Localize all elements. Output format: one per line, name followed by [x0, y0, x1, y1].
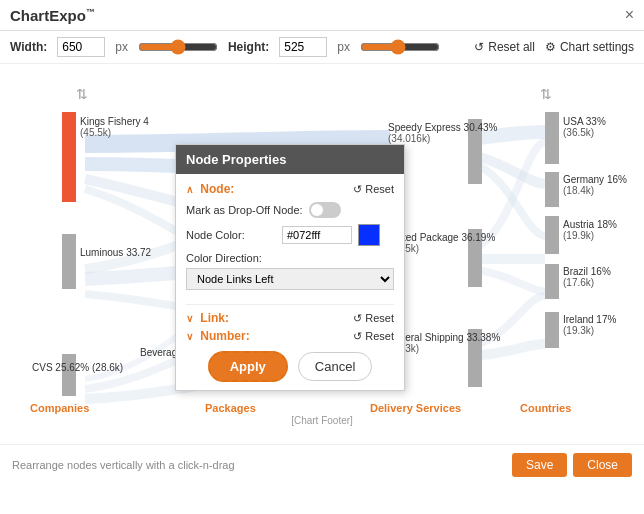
- modal-buttons: Apply Cancel: [186, 351, 394, 382]
- link-section-label: ∨ Link:: [186, 311, 229, 325]
- node-label-speedy: Speedy Express 30.43%(34.016k): [388, 122, 498, 144]
- category-label-countries: Countries: [520, 402, 571, 414]
- footer: Rearrange nodes vertically with a click-…: [0, 444, 644, 485]
- number-reset-button[interactable]: ↺ Reset: [353, 330, 394, 343]
- chevron-icon: ∧: [186, 184, 193, 195]
- chart-footer: [Chart Footer]: [291, 415, 353, 426]
- sort-arrow-left: ⇅: [76, 86, 88, 102]
- node-label-austria: Austria 18%(19.9k): [563, 219, 617, 241]
- node-label-brazil: Brazil 16%(17.6k): [563, 266, 611, 288]
- node-section-label: ∧ Node:: [186, 182, 234, 196]
- chart-settings-button[interactable]: ⚙ Chart settings: [545, 40, 634, 54]
- width-input[interactable]: [57, 37, 105, 57]
- reset-icon: ↺: [474, 40, 484, 54]
- height-slider[interactable]: [360, 39, 440, 55]
- node-properties-modal: Node Properties ∧ Node: ↺ Reset Mark as …: [175, 144, 405, 391]
- node-label-kings: Kings Fishery 4(45.5k): [80, 116, 149, 138]
- cancel-button[interactable]: Cancel: [298, 352, 372, 381]
- dropoff-row: Mark as Drop-Off Node:: [186, 202, 394, 218]
- close-button[interactable]: ×: [625, 6, 634, 24]
- toolbar: Width: px Height: px ↺ Reset all ⚙ Chart…: [0, 31, 644, 64]
- node-section-header: ∧ Node: ↺ Reset: [186, 182, 394, 196]
- reset-icon-link: ↺: [353, 312, 362, 325]
- node-color-row: Node Color:: [186, 224, 394, 246]
- footer-buttons: Save Close: [512, 453, 632, 477]
- color-direction-select[interactable]: Node Links Left Node Links Right Both No…: [186, 268, 394, 290]
- reset-all-button[interactable]: ↺ Reset all: [474, 40, 535, 54]
- node-label-usa: USA 33%(36.5k): [563, 116, 606, 138]
- node-label-germany: Germany 16%(18.4k): [563, 174, 627, 196]
- close-footer-button[interactable]: Close: [573, 453, 632, 477]
- node-bar-luminous: [62, 234, 76, 289]
- sort-arrow-right: ⇅: [540, 86, 552, 102]
- category-label-packages: Packages: [205, 402, 256, 414]
- app-title: ChartExpo™: [10, 7, 95, 24]
- modal-body: ∧ Node: ↺ Reset Mark as Drop-Off Node: N…: [176, 174, 404, 390]
- height-input[interactable]: [279, 37, 327, 57]
- node-color-input[interactable]: [282, 226, 352, 244]
- color-swatch[interactable]: [358, 224, 380, 246]
- node-bar-ireland: [545, 312, 559, 348]
- node-bar-brazil: [545, 264, 559, 299]
- number-section-label: ∨ Number:: [186, 329, 250, 343]
- save-button[interactable]: Save: [512, 453, 567, 477]
- category-label-companies: Companies: [30, 402, 89, 414]
- link-reset-button[interactable]: ↺ Reset: [353, 312, 394, 325]
- chevron-link-icon: ∨: [186, 313, 193, 324]
- apply-button[interactable]: Apply: [208, 351, 288, 382]
- height-label: Height:: [228, 40, 269, 54]
- node-bar-usa: [545, 112, 559, 164]
- height-unit: px: [337, 40, 350, 54]
- node-label-luminous: Luminous 33.72: [80, 247, 151, 258]
- link-section-header: ∨ Link: ↺ Reset: [186, 311, 394, 325]
- header: ChartExpo™ ×: [0, 0, 644, 31]
- chevron-number-icon: ∨: [186, 331, 193, 342]
- node-bar-austria: [545, 216, 559, 254]
- reset-icon-number: ↺: [353, 330, 362, 343]
- node-color-label: Node Color:: [186, 229, 276, 241]
- footer-hint: Rearrange nodes vertically with a click-…: [12, 459, 235, 471]
- settings-icon: ⚙: [545, 40, 556, 54]
- reset-icon-node: ↺: [353, 183, 362, 196]
- dropoff-label: Mark as Drop-Off Node:: [186, 204, 303, 216]
- node-bar-cvs: [62, 354, 76, 396]
- divider-1: [186, 304, 394, 305]
- node-reset-button[interactable]: ↺ Reset: [353, 183, 394, 196]
- main-canvas: Kings Fishery 4(45.5k) Luminous 33.72 CV…: [0, 64, 644, 444]
- width-unit: px: [115, 40, 128, 54]
- width-label: Width:: [10, 40, 47, 54]
- category-label-delivery: Delivery Services: [370, 402, 461, 414]
- node-label-ireland: Ireland 17%(19.3k): [563, 314, 616, 336]
- node-bar-kings: [62, 112, 76, 202]
- color-direction-label: Color Direction:: [186, 252, 394, 264]
- width-slider[interactable]: [138, 39, 218, 55]
- node-label-cvs: CVS 25.62% (28.6k): [32, 362, 123, 373]
- dropoff-toggle[interactable]: [309, 202, 341, 218]
- number-section-header: ∨ Number: ↺ Reset: [186, 329, 394, 343]
- node-bar-germany: [545, 172, 559, 207]
- modal-title: Node Properties: [176, 145, 404, 174]
